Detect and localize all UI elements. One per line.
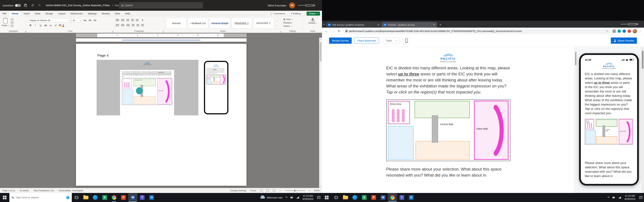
status-page-info[interactable]: Page 4 of 11 [2,189,15,192]
taskbar-app-file-explorer[interactable] [81,193,90,202]
map-region-entry-area[interactable]: Entry Area [388,101,410,124]
taskbar-clock[interactable]: 11:23 AM 4/26/2024 [624,194,635,201]
shrink-font-button[interactable]: A▾ [88,18,92,22]
network-icon[interactable] [618,197,621,199]
place-bookmark-button[interactable]: Place Bookmark [354,37,379,44]
extension-icon-3[interactable] [622,29,626,33]
status-display-settings[interactable]: Display Settings [230,189,246,192]
speaker-icon[interactable] [290,197,292,198]
tray-expand-icon[interactable] [286,197,288,198]
style-heading-1[interactable]: HEADING 1 [232,18,252,28]
close-button[interactable] [313,2,321,8]
tab-design[interactable]: Design [43,11,56,16]
read-mode-icon[interactable] [260,190,263,192]
eic-floor-map[interactable]: Entry Area Central Wall Video Wall [386,99,510,161]
extension-icon-1[interactable] [612,29,616,33]
extension-icon-4[interactable] [628,29,631,33]
maximize-button[interactable] [628,23,636,25]
task-view-button[interactable] [72,193,81,202]
map-region-video-wall[interactable]: Video Wall [474,101,508,160]
profile-avatar[interactable] [632,29,637,33]
status-text-predictions[interactable]: Text Predictions: On [34,189,54,192]
address-bar[interactable]: pacificresearch.qualtrics.com/jfe/previe… [343,29,611,34]
taskbar-app-word[interactable]: W [378,193,388,202]
map-region-orange[interactable] [416,141,470,160]
tab-edit-survey[interactable]: XM Edit Survey | Qualtrics Experien [326,22,381,28]
shading-button[interactable] [136,24,139,26]
increase-indent-button[interactable] [136,19,138,21]
browser-scrollbar[interactable] [641,47,644,193]
zoom-out-button[interactable]: — [279,189,282,192]
action-center-icon[interactable] [317,196,320,199]
superscript-button[interactable]: x² [54,23,58,27]
tab-insert[interactable]: Insert [21,11,32,16]
print-layout-icon[interactable] [266,190,269,192]
word-search-box[interactable]: Search [119,2,203,8]
styles-dialog-launcher[interactable] [280,31,281,32]
map-region-video-wall[interactable]: Video Wall [619,119,632,144]
styles-gallery-scroll[interactable]: ▲ ▼ [275,18,278,28]
taskbar-app-chrome[interactable] [388,193,397,202]
url-text[interactable]: pacificresearch.qualtrics.com/jfe/previe… [349,30,604,32]
editing-mode-button[interactable]: Editing [290,11,304,15]
tray-expand-icon[interactable] [608,197,610,198]
font-size-select[interactable]: 10 [72,18,82,22]
close-button[interactable] [636,23,644,25]
taskbar-search[interactable] [10,193,72,202]
map-region-green[interactable] [414,101,470,118]
cut-button[interactable] [10,18,14,21]
line-spacing-button[interactable] [132,24,134,26]
taskbar-search-input[interactable] [16,196,58,199]
highlight-color-button[interactable]: ab [59,24,62,27]
taskbar-app-excel[interactable]: X [100,193,109,202]
tab-mailings[interactable]: Mailings [85,11,99,16]
scrollbar-thumb[interactable] [575,52,576,65]
minimize-button[interactable] [621,24,628,24]
zoom-slider[interactable] [285,191,305,191]
start-button[interactable] [0,193,10,202]
clear-formatting-button[interactable] [98,18,102,22]
forward-button[interactable]: → [330,29,335,33]
select-button[interactable]: Select [284,25,302,27]
tab-references[interactable]: References [68,11,85,16]
redo-button[interactable]: ↻ [37,3,42,8]
taskbar-app-outlook[interactable]: O [406,193,416,202]
web-layout-icon[interactable] [273,190,276,192]
close-tab-icon[interactable] [433,23,435,26]
paragraph-mark-button[interactable]: ¶ [140,18,144,22]
document-scrollbar[interactable]: ▲ ▼ [319,38,322,188]
strikethrough-button[interactable]: ab [44,23,48,27]
save-button[interactable] [23,3,28,8]
start-button[interactable] [322,193,332,202]
font-name-select[interactable]: Segoe UI Historic (B [28,18,70,22]
grow-font-button[interactable]: A▴ [83,18,87,22]
mobile-view-toggle[interactable] [403,37,410,44]
paragraph-dialog-launcher[interactable] [162,31,164,32]
clipboard-dialog-launcher[interactable] [25,31,26,32]
bold-button[interactable]: B [28,23,32,27]
taskbar-app-word[interactable]: W [128,193,138,202]
maximize-button[interactable] [306,2,313,8]
italic-button[interactable]: I [34,23,38,27]
taskbar-app-chrome[interactable] [109,193,119,202]
restart-survey-button[interactable]: Restart Survey [329,37,352,44]
zoom-in-button[interactable]: + [309,189,310,192]
copy-button[interactable] [10,22,14,24]
tab-file[interactable]: File [0,11,9,16]
status-word-count[interactable]: 42 words [20,189,29,192]
multilevel-list-button[interactable] [126,19,129,21]
autosave-toggle[interactable]: AutoSave [3,4,21,7]
tab-home[interactable]: Home [9,11,21,16]
map-region-central-wall[interactable] [602,125,605,137]
minimize-button[interactable] [298,2,306,8]
borders-button[interactable] [141,24,144,26]
taskbar-app-powerpoint[interactable]: P [119,193,128,202]
taskbar-app-edge[interactable] [90,193,100,202]
document-page-4[interactable]: Page 4 PACIFIC Research & Evaluation [76,44,246,186]
share-preview-button[interactable]: Share Preview [611,37,637,44]
extension-icon-2[interactable] [618,29,621,33]
taskbar-app-edge[interactable] [350,193,360,202]
task-view-button[interactable] [332,193,341,202]
map-region-entry-area[interactable]: Entry Area [586,119,594,129]
decrease-indent-button[interactable] [131,19,134,21]
